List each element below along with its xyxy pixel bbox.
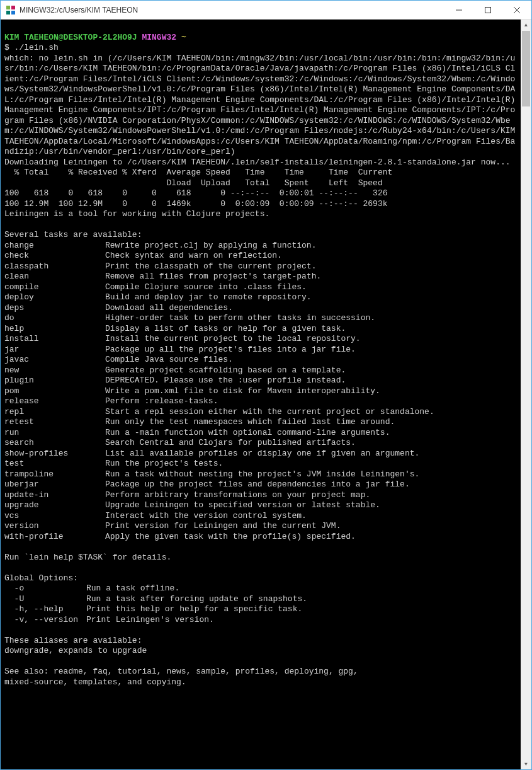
- svg-rect-3: [11, 11, 15, 14]
- vertical-scrollbar[interactable]: ▲ ▼: [521, 20, 531, 769]
- terminal-output[interactable]: KIM TAEHEON@DESKTOP-2L2HO9J MINGW32 ~ $ …: [1, 20, 521, 769]
- maximize-button[interactable]: [473, 1, 502, 20]
- window-title: MINGW32:/c/Users/KIM TAEHEON: [20, 6, 444, 14]
- svg-rect-1: [11, 6, 15, 9]
- svg-rect-5: [485, 7, 491, 13]
- terminal-window: MINGW32:/c/Users/KIM TAEHEON KIM TAEHEON…: [0, 0, 532, 770]
- scroll-down-icon[interactable]: ▼: [521, 759, 531, 769]
- titlebar[interactable]: MINGW32:/c/Users/KIM TAEHEON: [1, 1, 531, 20]
- minimize-button[interactable]: [444, 1, 473, 20]
- app-icon: [6, 5, 16, 15]
- scrollbar-thumb[interactable]: [522, 31, 530, 106]
- scroll-up-icon[interactable]: ▲: [521, 20, 531, 30]
- window-controls: [444, 1, 531, 20]
- close-button[interactable]: [502, 1, 531, 20]
- svg-rect-2: [6, 11, 10, 14]
- svg-rect-0: [6, 6, 10, 9]
- terminal-body: KIM TAEHEON@DESKTOP-2L2HO9J MINGW32 ~ $ …: [1, 20, 531, 769]
